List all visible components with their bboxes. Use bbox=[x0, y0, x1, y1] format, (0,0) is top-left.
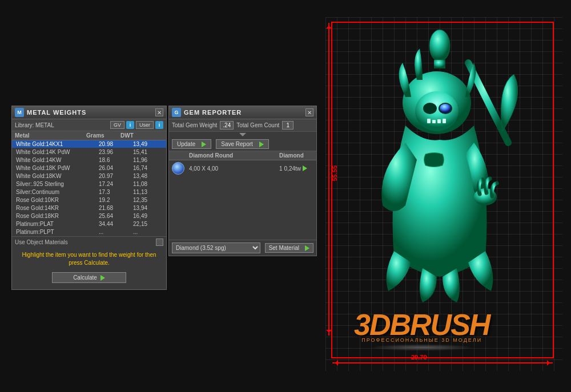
metal-table-row[interactable]: White Gold:14KX120.9813,49 bbox=[12, 140, 166, 148]
dimension-arrow-vertical bbox=[328, 23, 329, 336]
metal-table-header: Metal Grams DWT bbox=[12, 131, 166, 140]
total-gem-weight-label: Total Gem Weight bbox=[172, 122, 217, 128]
gem-reporter-icon: G bbox=[172, 108, 181, 117]
use-object-materials-label: Use Object Materials bbox=[15, 239, 156, 245]
brand-logo: 3DBRUSH ПРОФЕССИОНАЛЬНЫЕ 3D МОДЕЛИ bbox=[354, 308, 489, 352]
scrollbar-placeholder bbox=[152, 132, 163, 139]
metal-weights-panel: M METAL WEIGHTS ✕ Library: METAL GV i Us… bbox=[11, 106, 167, 290]
svg-point-7 bbox=[440, 104, 451, 113]
metal-weights-titlebar: M METAL WEIGHTS ✕ bbox=[12, 106, 166, 119]
use-object-materials-row: Use Object Materials bbox=[12, 236, 166, 248]
svg-rect-9 bbox=[432, 120, 436, 123]
metal-table-row[interactable]: White Gold:18KW20.9713,48 bbox=[12, 172, 166, 180]
gem-reporter-close-button[interactable]: ✕ bbox=[305, 108, 313, 116]
total-gem-weight-value: .24 bbox=[220, 121, 234, 130]
metal-table-row[interactable]: Rose Gold:10KR19.212,35 bbox=[12, 196, 166, 204]
gem-col-type-header: Diamond bbox=[279, 152, 313, 159]
metal-table-body[interactable]: White Gold:14KX120.9813,49White Gold:14K… bbox=[12, 140, 166, 236]
user-button[interactable]: User bbox=[136, 121, 154, 129]
gem-table-row: 4,00 X 4,00 1 0,24tw bbox=[169, 160, 316, 177]
gem-stone-icon bbox=[172, 162, 184, 175]
calculate-button[interactable]: Calculate bbox=[52, 272, 126, 283]
save-report-button[interactable]: Save Report bbox=[216, 139, 269, 149]
dimension-height-label: 55.55 bbox=[331, 165, 338, 181]
total-gem-count-label: Total Gem Count bbox=[236, 122, 279, 128]
svg-rect-1 bbox=[434, 60, 445, 68]
update-arrow-icon bbox=[202, 142, 206, 147]
metal-table-row[interactable]: White Gold:14KW18.611,96 bbox=[12, 156, 166, 164]
gem-reporter-panel: G GEM REPORTER ✕ Total Gem Weight .24 To… bbox=[168, 106, 317, 256]
gem-reporter-titlebar: G GEM REPORTER ✕ bbox=[169, 106, 316, 119]
gem-dropdown-arrow bbox=[169, 132, 316, 138]
3d-model-render bbox=[354, 29, 525, 302]
metal-weights-close-button[interactable]: ✕ bbox=[155, 108, 163, 116]
metal-table-row[interactable]: Silver:.925 Sterling17.2411,08 bbox=[12, 180, 166, 188]
gem-row-right: 1 0,24tw bbox=[279, 165, 313, 172]
total-gem-count-value: 1 bbox=[282, 121, 293, 130]
col-grams-header: Grams bbox=[86, 132, 120, 139]
gem-reporter-title: GEM REPORTER bbox=[184, 109, 305, 116]
metal-table-row[interactable]: Platinum:PLAT34.4422,15 bbox=[12, 220, 166, 228]
gv-button[interactable]: GV bbox=[110, 121, 124, 129]
gem-table-spacer bbox=[169, 177, 316, 205]
metal-table-row[interactable]: Rose Gold:14KR21.6813,94 bbox=[12, 204, 166, 212]
metal-table-row[interactable]: Platinum:PLPT...... bbox=[12, 228, 166, 236]
metal-table-row[interactable]: White Gold:18K PdW26.0416,74 bbox=[12, 164, 166, 172]
logo-subtitle: ПРОФЕССИОНАЛЬНЫЕ 3D МОДЕЛИ bbox=[354, 337, 489, 343]
logo-shadow bbox=[371, 344, 473, 351]
logo-3d-text: 3D bbox=[354, 308, 389, 342]
update-button[interactable]: Update bbox=[172, 139, 211, 149]
svg-rect-10 bbox=[437, 119, 441, 123]
dimension-width-label: 29.70 bbox=[411, 354, 427, 361]
chevron-down-icon bbox=[239, 133, 246, 136]
metal-weights-title: METAL WEIGHTS bbox=[27, 109, 155, 116]
library-label: Library: METAL bbox=[15, 122, 108, 128]
svg-point-0 bbox=[429, 30, 450, 62]
svg-rect-8 bbox=[427, 119, 431, 123]
material-select[interactable]: Diamond (3.52 spg) bbox=[172, 243, 260, 253]
use-object-materials-checkbox[interactable] bbox=[156, 239, 163, 246]
metal-weights-toolbar: Library: METAL GV i User i bbox=[12, 119, 166, 131]
gem-row-arrow-icon bbox=[303, 165, 307, 171]
logo-brush-text: BRUSH bbox=[389, 308, 489, 342]
metal-table-row[interactable]: White Gold:14K PdW23.9615,41 bbox=[12, 148, 166, 156]
gem-col-icon bbox=[172, 152, 189, 159]
col-metal-header: Metal bbox=[15, 132, 86, 139]
svg-rect-11 bbox=[443, 119, 446, 123]
gem-header-row: Total Gem Weight .24 Total Gem Count 1 bbox=[169, 119, 316, 132]
set-material-button[interactable]: Set Material bbox=[265, 243, 313, 253]
svg-point-5 bbox=[423, 103, 437, 114]
gem-action-row: Update Save Report bbox=[169, 138, 316, 151]
info-badge-2: i bbox=[155, 121, 163, 129]
gem-row-details: 4,00 X 4,00 bbox=[189, 165, 279, 172]
calculate-arrow-icon bbox=[100, 275, 105, 281]
gem-table-header: Diamond Round Diamond bbox=[169, 151, 316, 160]
metal-table-row[interactable]: Rose Gold:18KR25.6416,49 bbox=[12, 212, 166, 220]
dimension-arrow-horizontal bbox=[332, 362, 553, 363]
col-dwt-header: DWT bbox=[120, 132, 152, 139]
gem-material-row: Diamond (3.52 spg) Set Material bbox=[169, 240, 316, 256]
save-report-arrow-icon bbox=[259, 142, 264, 147]
metal-table-row[interactable]: Silver:Continuum17.311,13 bbox=[12, 188, 166, 196]
help-text: Highlight the item you want to find the … bbox=[12, 248, 166, 270]
info-badge: i bbox=[126, 121, 134, 129]
svg-point-4 bbox=[415, 91, 459, 131]
set-material-arrow-icon bbox=[305, 245, 309, 251]
gem-col-diamond-header: Diamond Round bbox=[189, 152, 279, 159]
metal-weights-icon: M bbox=[15, 108, 24, 117]
